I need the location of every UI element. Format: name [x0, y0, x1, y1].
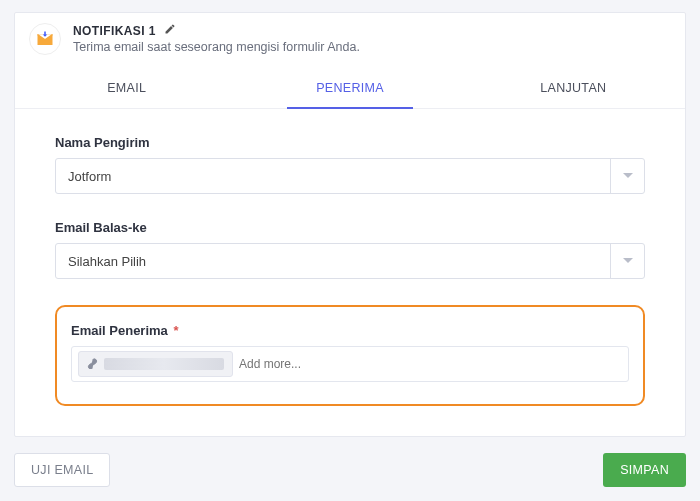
add-more-input[interactable] — [239, 357, 622, 371]
tab-recipients[interactable]: PENERIMA — [238, 67, 461, 108]
chevron-down-icon — [610, 159, 644, 193]
footer-actions: UJI EMAIL SIMPAN — [14, 453, 686, 487]
tab-advanced[interactable]: LANJUTAN — [462, 67, 685, 108]
mail-icon — [29, 23, 61, 55]
label-recipient-email: Email Penerima * — [71, 323, 629, 338]
save-button[interactable]: SIMPAN — [603, 453, 686, 487]
test-email-button[interactable]: UJI EMAIL — [14, 453, 110, 487]
select-sender-value: Jotform — [56, 169, 610, 184]
select-sender-name[interactable]: Jotform — [55, 158, 645, 194]
notification-title: NOTIFIKASI 1 — [73, 24, 156, 38]
tab-email[interactable]: EMAIL — [15, 67, 238, 108]
label-sender-name: Nama Pengirim — [55, 135, 645, 150]
tabs: EMAIL PENERIMA LANJUTAN — [15, 67, 685, 109]
select-reply-to-value: Silahkan Pilih — [56, 254, 610, 269]
field-reply-to: Email Balas-ke Silahkan Pilih — [55, 220, 645, 279]
notification-settings-card: NOTIFIKASI 1 Terima email saat seseorang… — [14, 12, 686, 437]
link-icon — [87, 358, 98, 371]
chevron-down-icon — [610, 244, 644, 278]
card-header: NOTIFIKASI 1 Terima email saat seseorang… — [15, 13, 685, 67]
label-recipient-text: Email Penerima — [71, 323, 168, 338]
tab-panel-recipients: Nama Pengirim Jotform Email Balas-ke Sil… — [15, 109, 685, 436]
pencil-icon[interactable] — [164, 23, 176, 38]
required-asterisk: * — [173, 323, 178, 338]
select-reply-to[interactable]: Silahkan Pilih — [55, 243, 645, 279]
label-reply-to: Email Balas-ke — [55, 220, 645, 235]
recipient-email-highlight: Email Penerima * — [55, 305, 645, 406]
field-sender-name: Nama Pengirim Jotform — [55, 135, 645, 194]
notification-subtitle: Terima email saat seseorang mengisi form… — [73, 40, 360, 54]
email-chip[interactable] — [78, 351, 233, 377]
recipient-email-input[interactable] — [71, 346, 629, 382]
email-chip-value — [104, 358, 224, 370]
